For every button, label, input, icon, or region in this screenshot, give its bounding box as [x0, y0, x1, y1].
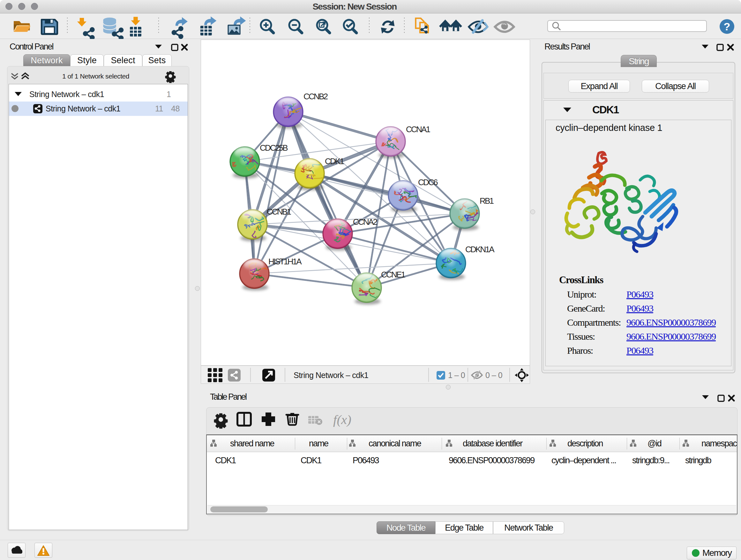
- svg-text:CCNE1: CCNE1: [381, 270, 405, 279]
- svg-text:1 – 0: 1 – 0: [448, 371, 465, 380]
- svg-text:RB1: RB1: [480, 196, 494, 206]
- svg-text:CDC6: CDC6: [418, 178, 438, 187]
- svg-text:CCNB2: CCNB2: [304, 91, 328, 101]
- svg-text:CCNB1: CCNB1: [267, 207, 291, 216]
- svg-text:String Network – cdk1: String Network – cdk1: [293, 371, 368, 380]
- svg-text:CCNA1: CCNA1: [406, 125, 430, 134]
- svg-text:CCNA2: CCNA2: [353, 217, 377, 227]
- svg-text:f(x): f(x): [333, 412, 351, 427]
- svg-text:HIST1H1A: HIST1H1A: [268, 257, 302, 266]
- svg-text:CDK1: CDK1: [325, 157, 344, 166]
- svg-text:CDKN1A: CDKN1A: [465, 245, 495, 254]
- svg-text:0 – 0: 0 – 0: [485, 371, 502, 380]
- svg-text:CDC25B: CDC25B: [260, 143, 287, 152]
